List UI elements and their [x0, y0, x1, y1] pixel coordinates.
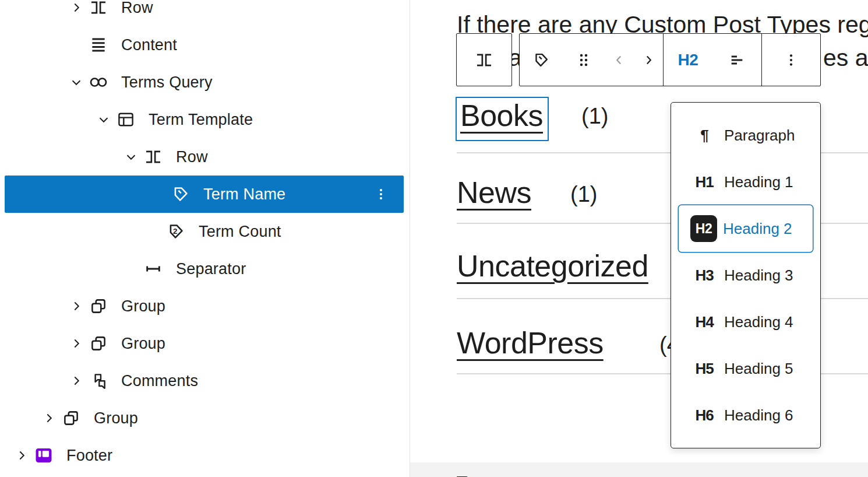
chevron-right-icon[interactable]	[69, 336, 84, 351]
heading-level-label: H2	[678, 51, 698, 69]
group-block-icon	[61, 408, 81, 428]
editor-canvas: If there are any Custom Post Types regi …	[410, 0, 868, 477]
list-view-panel: Row Content Terms Query Term Template Ro…	[0, 0, 410, 477]
term-count: (1)	[570, 182, 597, 207]
chevron-right-icon[interactable]	[41, 411, 57, 426]
paragraph-text-fragment: es as	[823, 44, 868, 72]
drag-handle-icon	[574, 51, 593, 69]
dropdown-item-heading-5[interactable]: H5 Heading 5	[671, 345, 820, 392]
row-block-icon	[143, 147, 163, 167]
paragraph-icon: ¶	[690, 127, 718, 145]
list-view-item-content[interactable]: Content	[0, 26, 410, 64]
drag-handle[interactable]	[563, 34, 605, 86]
list-view-item-footer[interactable]: Footer	[0, 437, 410, 474]
selected-term-block-outline: Books	[456, 97, 549, 141]
chevron-right-icon[interactable]	[69, 299, 84, 314]
move-previous-button[interactable]	[605, 34, 634, 86]
chevron-right-icon[interactable]	[14, 448, 29, 463]
options-button[interactable]	[762, 34, 820, 86]
tags-heading: Tags	[457, 472, 496, 477]
dropdown-item-heading-2-selected[interactable]: H2 Heading 2	[679, 205, 813, 252]
chevron-right-icon[interactable]	[69, 373, 84, 388]
chevron-spacer	[151, 187, 166, 202]
list-view-item-label: Group	[121, 297, 165, 315]
h1-icon: H1	[690, 173, 718, 191]
list-view-item-group[interactable]: Group	[0, 399, 410, 437]
dropdown-item-label: Paragraph	[724, 127, 795, 145]
heading-level-button[interactable]: H2	[664, 34, 712, 86]
content-block-icon	[89, 35, 108, 55]
list-view-item-label: Term Template	[149, 111, 253, 129]
template-block-icon	[116, 110, 136, 129]
align-text-button[interactable]	[712, 34, 761, 86]
heading-level-dropdown: ¶ Paragraph H1 Heading 1 H2 Heading 2 H3…	[671, 102, 821, 448]
comments-block-icon	[89, 371, 108, 391]
tag-icon	[532, 51, 551, 69]
row-block-icon	[89, 0, 108, 17]
term-link-uncategorized[interactable]: Uncategorized	[457, 248, 648, 283]
dropdown-item-label: Heading 6	[724, 406, 793, 425]
chevron-down-icon[interactable]	[124, 149, 139, 164]
toolbar-group-more	[761, 34, 820, 86]
footer-template-part-icon	[34, 446, 54, 465]
h6-icon: H6	[690, 406, 718, 425]
dropdown-item-label: Heading 3	[724, 266, 793, 285]
toolbar-group-block	[520, 34, 663, 86]
list-view-item-row-inner[interactable]: Row	[0, 138, 410, 176]
list-view-item-label: Group	[94, 409, 138, 427]
dropdown-item-heading-3[interactable]: H3 Heading 3	[671, 252, 820, 299]
list-view-item-group[interactable]: Group	[0, 287, 410, 325]
list-view-item-label: Term Name	[203, 185, 285, 204]
h2-icon: H2	[690, 215, 717, 242]
term-name-tag-icon	[171, 184, 190, 204]
list-view-item-terms-query[interactable]: Terms Query	[0, 64, 410, 101]
dropdown-item-paragraph[interactable]: ¶ Paragraph	[671, 112, 820, 159]
block-toolbar: H2	[519, 33, 821, 86]
dropdown-item-heading-6[interactable]: H6 Heading 6	[671, 392, 820, 439]
term-link-news[interactable]: News	[457, 175, 531, 210]
block-switcher-button[interactable]	[520, 34, 563, 86]
term-link-books[interactable]: Books	[460, 99, 543, 132]
list-view-item-separator[interactable]: Separator	[0, 250, 410, 287]
chevron-spacer	[146, 224, 161, 239]
chevron-down-icon[interactable]	[69, 75, 84, 90]
group-block-icon	[89, 334, 108, 353]
chevron-right-icon[interactable]	[69, 0, 84, 15]
row-block-icon	[474, 50, 494, 70]
align-text-icon	[728, 51, 746, 69]
list-view-item-group[interactable]: Group	[0, 325, 410, 362]
group-block-icon	[89, 296, 108, 316]
options-ellipsis-icon[interactable]	[373, 187, 389, 202]
list-view-item-label: Row	[176, 148, 208, 166]
chevron-down-icon[interactable]	[96, 112, 111, 127]
dropdown-item-label: Heading 5	[724, 360, 793, 378]
list-view-item-term-name-selected[interactable]: Term Name	[5, 176, 404, 213]
list-view-item-label: Footer	[66, 447, 112, 465]
term-link-wordpress[interactable]: WordPress	[457, 325, 604, 360]
list-view-item-label: Group	[121, 335, 165, 353]
h5-icon: H5	[690, 360, 718, 378]
dropdown-item-label: Heading 4	[724, 313, 793, 331]
move-next-button[interactable]	[634, 34, 663, 86]
chevron-spacer	[69, 37, 84, 52]
dropdown-item-heading-4[interactable]: H4 Heading 4	[671, 299, 820, 345]
list-view-item-term-count[interactable]: 2 Term Count	[0, 213, 410, 250]
list-view-item-term-template[interactable]: Term Template	[0, 101, 410, 138]
chevron-right-icon	[641, 52, 656, 68]
separator-block-icon	[143, 259, 163, 279]
query-loop-block-icon	[89, 72, 108, 92]
select-parent-row-button[interactable]	[456, 33, 512, 86]
list-view-item-label: Term Count	[199, 223, 281, 241]
dropdown-item-label: Heading 1	[724, 173, 793, 191]
chevron-spacer	[124, 261, 139, 276]
h3-icon: H3	[690, 266, 718, 285]
term-count-tag-icon: 2	[166, 222, 186, 241]
list-view-item-label: Content	[121, 36, 177, 54]
list-view-item-comments[interactable]: Comments	[0, 362, 410, 399]
toolbar-group-format: H2	[663, 34, 761, 86]
list-view-item-row[interactable]: Row	[0, 0, 410, 26]
svg-text:2: 2	[173, 227, 177, 236]
dropdown-item-heading-1[interactable]: H1 Heading 1	[671, 159, 820, 205]
list-view-item-label: Terms Query	[121, 73, 213, 92]
list-view-item-label: Row	[121, 0, 153, 17]
